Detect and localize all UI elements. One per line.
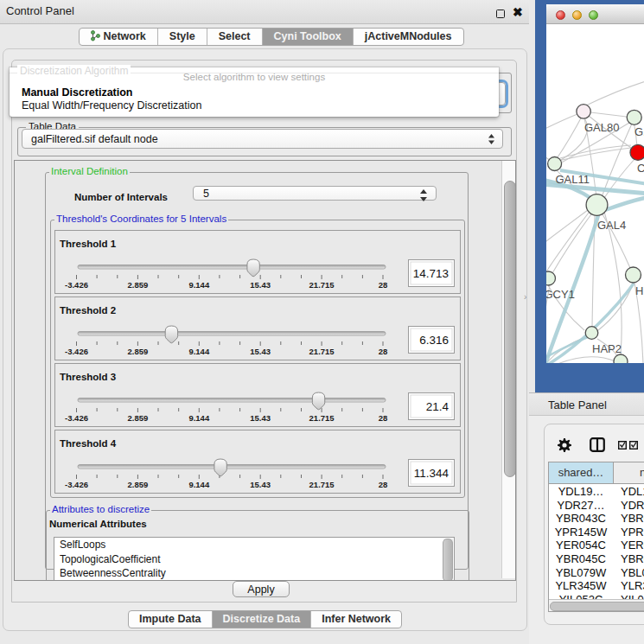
svg-text:2.859: 2.859 [128,413,149,423]
svg-text:21.715: 21.715 [309,480,335,489]
svg-text:28: 28 [379,280,388,290]
svg-text:9.144: 9.144 [188,347,209,356]
svg-text:HAP2: HAP2 [592,342,622,355]
svg-text:C: C [637,162,644,175]
svg-text:9.144: 9.144 [188,480,209,489]
svg-text:21.715: 21.715 [309,280,335,290]
svg-text:H: H [635,284,643,297]
svg-text:GAL80: GAL80 [584,121,619,134]
svg-text:2.859: 2.859 [128,280,149,290]
svg-text:-3.426: -3.426 [65,280,88,290]
svg-text:2.859: 2.859 [128,347,149,356]
svg-text:28: 28 [379,413,388,423]
svg-text:GCY1: GCY1 [546,288,575,301]
svg-text:Threshold 1: Threshold 1 [60,239,117,249]
svg-text:2.859: 2.859 [128,480,149,489]
svg-text:-3.426: -3.426 [65,413,88,423]
svg-text:Threshold 2: Threshold 2 [60,305,116,316]
svg-text:28: 28 [379,480,388,489]
svg-text:21.715: 21.715 [309,413,335,423]
svg-text:21.715: 21.715 [309,347,335,356]
svg-text:15.43: 15.43 [250,480,271,489]
svg-text:15.43: 15.43 [250,413,271,423]
svg-text:9.144: 9.144 [188,413,209,423]
svg-text:Threshold 4: Threshold 4 [60,438,117,449]
svg-text:GAL11: GAL11 [556,173,590,186]
svg-text:15.43: 15.43 [250,280,271,290]
svg-text:-3.426: -3.426 [65,480,88,489]
svg-text:-3.426: -3.426 [65,347,88,356]
svg-text:15.43: 15.43 [250,347,271,356]
svg-text:9.144: 9.144 [188,280,209,290]
svg-text:GAL4: GAL4 [597,219,626,232]
svg-text:Threshold 3: Threshold 3 [60,372,116,382]
svg-text:28: 28 [379,347,388,356]
svg-text:G.: G. [634,125,644,138]
